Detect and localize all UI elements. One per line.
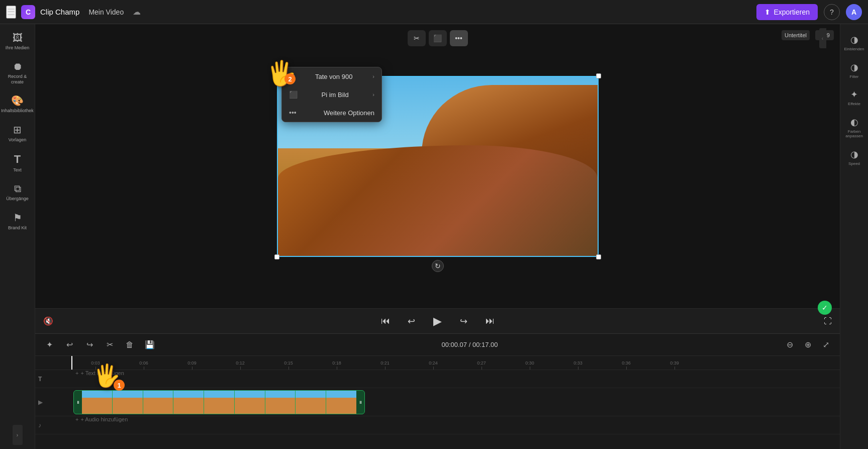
clip-frame-5 [204,391,235,414]
sidebar-item-brandkit[interactable]: ⚑ Brand Kit [3,208,33,235]
clip-frames [82,391,356,414]
ruler-mark-027: 0:27 [457,361,506,370]
right-tool-farben[interactable]: ◐ Farben anpassen [842,113,866,143]
ruler-mark-030: 0:30 [506,361,554,370]
pip-chevron: › [372,92,374,98]
ruler-mark-003: 0:03 [71,361,120,370]
clip-pause-button-right[interactable]: ⏸ [356,391,364,414]
ruler-mark-039: 0:39 [650,361,699,370]
undo-button[interactable]: ↩ [61,337,77,353]
resize-handle-topleft[interactable] [274,73,279,78]
resize-handle-bottomleft[interactable] [274,254,279,259]
forward-button[interactable]: ↪ [455,312,473,330]
topbar-left: ☰ C Clip Champ Mein Video ☁ [6,5,750,19]
video-rock-bottom [278,145,598,256]
zoom-controls: ⊖ ⊕ ⤢ [782,337,834,353]
main-content: 🖼 Ihre Medien ⏺ Record & create 🎨 Inhalt… [0,24,868,449]
delete-button[interactable]: 🗑 [122,337,138,353]
subtitle-button[interactable]: Untertitel [782,30,810,40]
prev-button[interactable]: ⏮ [376,312,395,330]
ruler-mark-024: 0:24 [409,361,457,370]
farben-label: Farben anpassen [844,129,864,139]
help-button[interactable]: ? [824,4,840,20]
sidebar-item-label-content: Inhaltsbibliothek [1,108,34,114]
einblenden-icon: ◑ [850,34,858,45]
export-button[interactable]: ⬆ Exportieren [756,4,818,20]
video-track-icon: ▶ [38,399,43,406]
context-menu-item-pip[interactable]: ⬛ Pi im Bild › [282,85,381,104]
more-tool-button[interactable]: ••• [450,30,468,46]
tate-label: Tate von 900 [315,73,352,80]
content-icon: 🎨 [11,95,24,107]
avatar[interactable]: A [846,4,862,20]
clip-frame-9 [326,391,356,414]
clip-frame-7 [265,391,296,414]
sidebar-item-label-record: Record & create [5,74,31,85]
ruler-marks: 0:03 0:06 0:09 0:12 0:15 0:18 0:21 0:24 … [71,356,840,370]
right-tool-effekte[interactable]: ✦ Effekte [842,85,866,111]
resize-handle-topright[interactable] [596,73,601,78]
context-menu-item-more[interactable]: ••• Weitere Optionen [282,104,381,122]
pip-label: Pi im Bild [322,91,349,99]
fullscreen-button[interactable]: ⛶ [824,317,832,326]
topbar: ☰ C Clip Champ Mein Video ☁ ⬆ Exportiere… [0,0,868,24]
video-track-content[interactable]: ⏸ ⏸ [71,388,840,416]
mute-button[interactable]: 🔇 [43,316,53,326]
right-tool-filter[interactable]: ◑ Filter [842,58,866,83]
pip-tool-button[interactable]: ⬛ [429,30,447,46]
clip-frame-6 [235,391,265,414]
ruler-mark-033: 0:33 [554,361,602,370]
text-track-icon: T [38,376,42,383]
video-clip[interactable]: ⏸ ⏸ [73,390,365,414]
templates-icon: ⊞ [13,124,22,136]
fit-button[interactable]: ⤢ [818,337,834,353]
record-icon: ⏺ [13,61,23,72]
cloud-icon: ☁ [133,7,141,17]
hamburger-menu[interactable]: ☰ [6,6,16,19]
rewind-button[interactable]: ↩ [403,312,421,330]
magic-button[interactable]: ✦ [41,337,57,353]
sidebar-item-templates[interactable]: ⊞ Vorlagen [3,120,33,147]
clip-frame-1 [82,391,113,414]
sidebar-item-record[interactable]: ⏺ Record & create [3,57,33,89]
export-label: Exportieren [774,8,810,16]
ruler-mark-009: 0:09 [168,361,216,370]
context-menu-item-tate[interactable]: ⬡ Tate von 900 › [282,67,381,85]
playhead[interactable] [71,356,72,370]
resize-handle-bottomright[interactable] [596,254,601,259]
right-tool-einblenden[interactable]: ◑ Einblenden [842,30,866,56]
transitions-icon: ⧉ [14,183,21,195]
sidebar-item-content[interactable]: 🎨 Inhaltsbibliothek [3,91,33,118]
next-button[interactable]: ⏭ [481,312,499,330]
crop-tool-button[interactable]: ✂ [408,30,426,46]
speed-label: Speed [848,161,860,166]
right-sidebar-collapse-button[interactable]: ‹ [819,28,826,48]
clip-frame-8 [296,391,326,414]
tate-chevron: › [372,73,374,79]
zoom-out-button[interactable]: ⊖ [782,337,798,353]
cut-button[interactable]: ✂ [102,337,118,353]
save-button[interactable]: 💾 [142,337,158,353]
add-audio-button[interactable]: + + Audio hinzufügen [71,416,840,422]
ruler-mark-012: 0:12 [216,361,264,370]
sidebar-collapse-button[interactable]: › [13,425,23,445]
farben-icon: ◐ [850,117,858,128]
zoom-in-button[interactable]: ⊕ [800,337,816,353]
add-text-button[interactable]: + + Text hinzufügen [71,370,840,376]
project-name[interactable]: Mein Video [84,6,128,18]
rotate-handle[interactable]: ↻ [432,260,444,272]
clip-pause-button[interactable]: ⏸ [74,391,82,414]
tate-icon: ⬡ [289,72,295,80]
left-sidebar: 🖼 Ihre Medien ⏺ Record & create 🎨 Inhalt… [0,24,35,449]
playback-controls: ✓ 🔇 ⏮ ↩ ▶ ↪ ⏭ ⛶ [35,308,840,333]
effekte-label: Effekte [848,102,860,107]
app-logo: C [21,5,35,19]
sidebar-item-media[interactable]: 🖼 Ihre Medien [3,28,33,55]
redo-button[interactable]: ↪ [81,337,98,353]
text-track-label-area: T [35,376,71,383]
sidebar-item-transitions[interactable]: ⧉ Übergänge [3,179,33,206]
sidebar-item-text[interactable]: T Text [3,149,33,177]
right-tool-speed[interactable]: ◑ Speed [842,145,866,170]
play-button[interactable]: ▶ [429,312,447,330]
add-audio-label: + Audio hinzufügen [80,416,128,422]
